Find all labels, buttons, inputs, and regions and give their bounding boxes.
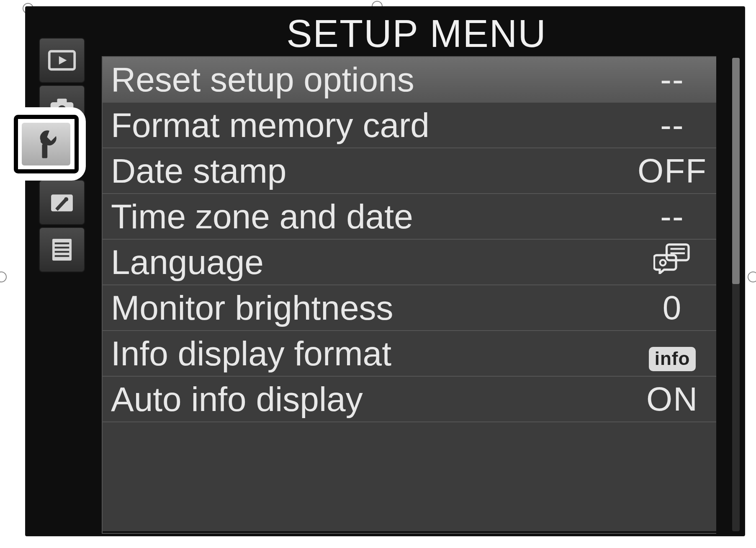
playback-tab[interactable] [39,38,85,83]
menu-item-auto-info-display[interactable]: Auto info display ON [103,377,716,422]
menu-item-value [628,243,716,282]
menu-item-label: Info display format [103,334,628,373]
menu-item-value: -- [628,106,716,145]
camera-menu-screen: SETUP MENU [25,6,745,536]
selection-handle [0,271,7,282]
menu-item-overflow [103,422,716,531]
svg-rect-9 [55,247,69,248]
menu-item-value: -- [628,60,716,99]
retouch-tab[interactable] [39,180,85,225]
setup-menu-list: Reset setup options -- Format memory car… [102,56,716,534]
svg-rect-8 [55,243,69,244]
menu-item-label: Auto info display [103,380,628,419]
menu-item-format-memory-card[interactable]: Format memory card -- [103,103,716,148]
menu-item-label: Language [103,243,628,282]
menu-scrollbar[interactable] [732,58,740,531]
menu-item-value: OFF [628,152,716,190]
menu-item-value: -- [628,197,716,236]
menu-item-value: 0 [628,289,716,327]
svg-point-6 [64,197,68,202]
svg-rect-7 [52,239,72,261]
brush-icon [47,187,77,217]
menu-item-reset-setup-options[interactable]: Reset setup options -- [103,57,716,103]
menu-item-monitor-brightness[interactable]: Monitor brightness 0 [103,285,716,331]
menu-item-date-stamp[interactable]: Date stamp OFF [103,148,716,194]
menu-item-time-zone-and-date[interactable]: Time zone and date -- [103,194,716,240]
menu-item-label: Time zone and date [103,197,628,236]
setup-tab[interactable] [6,107,86,181]
svg-rect-3 [57,98,67,103]
selection-handle [748,271,756,282]
scroll-thumb[interactable] [732,58,740,284]
setup-tab-frame [14,115,79,173]
page-title: SETUP MENU [102,11,731,56]
menu-item-label: Reset setup options [103,60,628,99]
svg-rect-11 [55,255,69,257]
menu-item-label: Monitor brightness [103,288,628,328]
menu-item-value: info [628,334,716,373]
menu-item-label: Date stamp [103,151,628,191]
setup-tab-button [22,123,70,165]
menu-item-value: ON [628,380,716,419]
play-icon [47,45,77,75]
svg-rect-10 [55,251,69,253]
svg-marker-1 [59,56,67,65]
menu-item-language[interactable]: Language [103,240,716,285]
info-badge: info [649,347,696,371]
svg-point-16 [660,260,666,266]
svg-rect-12 [42,144,47,158]
menu-item-label: Format memory card [103,106,628,145]
language-icon [653,243,691,274]
menu-item-info-display-format[interactable]: Info display format info [103,331,716,377]
list-icon [47,235,77,265]
recent-tab[interactable] [39,227,85,272]
wrench-icon [29,127,63,161]
